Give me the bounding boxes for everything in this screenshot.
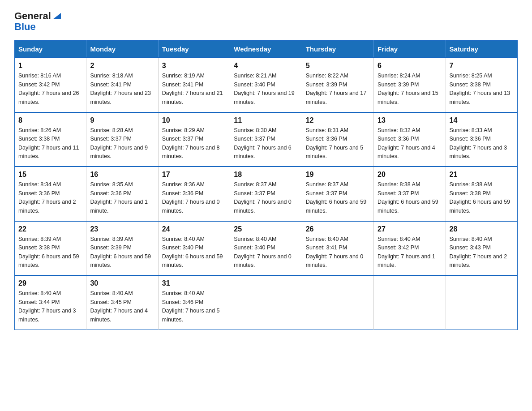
day-number: 5 (306, 62, 370, 70)
day-info: Sunrise: 8:40 AMSunset: 3:40 PMDaylight:… (234, 236, 292, 268)
calendar-cell: 5 Sunrise: 8:22 AMSunset: 3:39 PMDayligh… (302, 58, 373, 112)
day-number: 30 (90, 279, 154, 287)
day-info: Sunrise: 8:40 AMSunset: 3:44 PMDaylight:… (18, 290, 76, 322)
day-info: Sunrise: 8:40 AMSunset: 3:43 PMDaylight:… (450, 236, 507, 268)
day-info: Sunrise: 8:35 AMSunset: 3:36 PMDaylight:… (90, 181, 148, 214)
day-number: 16 (90, 171, 154, 179)
day-info: Sunrise: 8:34 AMSunset: 3:36 PMDaylight:… (18, 181, 76, 214)
calendar-week-row: 15 Sunrise: 8:34 AMSunset: 3:36 PMDaylig… (15, 167, 518, 221)
day-number: 24 (162, 225, 226, 233)
day-number: 20 (378, 171, 442, 179)
logo-text-blue: Blue (14, 21, 36, 32)
calendar-cell (230, 275, 302, 330)
day-number: 26 (306, 225, 370, 233)
day-number: 8 (18, 116, 82, 124)
calendar-cell: 12 Sunrise: 8:31 AMSunset: 3:36 PMDaylig… (302, 112, 373, 167)
day-number: 10 (162, 116, 226, 124)
day-number: 22 (18, 225, 82, 233)
day-info: Sunrise: 8:19 AMSunset: 3:41 PMDaylight:… (162, 73, 223, 105)
day-number: 2 (90, 62, 154, 70)
logo: General Blue (14, 11, 62, 32)
logo-text-general: General (14, 11, 51, 21)
day-info: Sunrise: 8:38 AMSunset: 3:38 PMDaylight:… (450, 181, 511, 214)
day-number: 13 (378, 116, 442, 124)
day-info: Sunrise: 8:21 AMSunset: 3:40 PMDaylight:… (234, 73, 295, 105)
calendar-cell: 2 Sunrise: 8:18 AMSunset: 3:41 PMDayligh… (86, 58, 158, 112)
day-number: 31 (162, 279, 226, 287)
calendar-cell: 26 Sunrise: 8:40 AMSunset: 3:41 PMDaylig… (302, 221, 373, 276)
calendar-cell: 31 Sunrise: 8:40 AMSunset: 3:46 PMDaylig… (158, 275, 230, 330)
weekday-header-thursday: Thursday (302, 41, 373, 58)
day-info: Sunrise: 8:40 AMSunset: 3:42 PMDaylight:… (378, 236, 435, 268)
calendar-cell: 10 Sunrise: 8:29 AMSunset: 3:37 PMDaylig… (158, 112, 230, 167)
calendar-cell (446, 275, 517, 330)
calendar-cell: 15 Sunrise: 8:34 AMSunset: 3:36 PMDaylig… (15, 167, 86, 221)
day-number: 1 (18, 62, 82, 70)
day-info: Sunrise: 8:31 AMSunset: 3:36 PMDaylight:… (306, 127, 364, 159)
day-info: Sunrise: 8:29 AMSunset: 3:37 PMDaylight:… (162, 127, 220, 159)
calendar-cell: 21 Sunrise: 8:38 AMSunset: 3:38 PMDaylig… (446, 167, 517, 221)
day-info: Sunrise: 8:30 AMSunset: 3:37 PMDaylight:… (234, 127, 292, 159)
calendar-table: SundayMondayTuesdayWednesdayThursdayFrid… (14, 40, 518, 330)
day-number: 29 (18, 279, 82, 287)
day-number: 7 (450, 62, 514, 70)
weekday-header-friday: Friday (374, 41, 446, 58)
day-info: Sunrise: 8:37 AMSunset: 3:37 PMDaylight:… (306, 181, 367, 214)
day-info: Sunrise: 8:38 AMSunset: 3:37 PMDaylight:… (378, 181, 438, 214)
calendar-cell: 3 Sunrise: 8:19 AMSunset: 3:41 PMDayligh… (158, 58, 230, 112)
day-number: 4 (234, 62, 298, 70)
page-header: General Blue (14, 11, 518, 32)
day-number: 14 (450, 116, 514, 124)
calendar-cell: 19 Sunrise: 8:37 AMSunset: 3:37 PMDaylig… (302, 167, 373, 221)
day-info: Sunrise: 8:25 AMSunset: 3:38 PMDaylight:… (450, 73, 511, 105)
day-number: 3 (162, 62, 226, 70)
day-info: Sunrise: 8:26 AMSunset: 3:38 PMDaylight:… (18, 127, 79, 159)
calendar-cell: 23 Sunrise: 8:39 AMSunset: 3:39 PMDaylig… (86, 221, 158, 276)
day-info: Sunrise: 8:36 AMSunset: 3:36 PMDaylight:… (162, 181, 220, 214)
calendar-cell: 30 Sunrise: 8:40 AMSunset: 3:45 PMDaylig… (86, 275, 158, 330)
calendar-cell: 25 Sunrise: 8:40 AMSunset: 3:40 PMDaylig… (230, 221, 302, 276)
calendar-week-row: 8 Sunrise: 8:26 AMSunset: 3:38 PMDayligh… (15, 112, 518, 167)
calendar-cell (374, 275, 446, 330)
day-number: 17 (162, 171, 226, 179)
weekday-header-saturday: Saturday (446, 41, 517, 58)
day-info: Sunrise: 8:33 AMSunset: 3:36 PMDaylight:… (450, 127, 507, 159)
day-number: 23 (90, 225, 154, 233)
calendar-cell (302, 275, 373, 330)
day-info: Sunrise: 8:40 AMSunset: 3:46 PMDaylight:… (162, 290, 220, 322)
day-info: Sunrise: 8:40 AMSunset: 3:40 PMDaylight:… (162, 236, 223, 268)
day-number: 9 (90, 116, 154, 124)
calendar-cell: 1 Sunrise: 8:16 AMSunset: 3:42 PMDayligh… (15, 58, 86, 112)
day-number: 11 (234, 116, 298, 124)
calendar-cell: 13 Sunrise: 8:32 AMSunset: 3:36 PMDaylig… (374, 112, 446, 167)
calendar-cell: 14 Sunrise: 8:33 AMSunset: 3:36 PMDaylig… (446, 112, 517, 167)
day-number: 21 (450, 171, 514, 179)
calendar-cell: 7 Sunrise: 8:25 AMSunset: 3:38 PMDayligh… (446, 58, 517, 112)
calendar-cell: 24 Sunrise: 8:40 AMSunset: 3:40 PMDaylig… (158, 221, 230, 276)
svg-marker-0 (53, 13, 61, 19)
calendar-cell: 8 Sunrise: 8:26 AMSunset: 3:38 PMDayligh… (15, 112, 86, 167)
weekday-header-tuesday: Tuesday (158, 41, 230, 58)
calendar-week-row: 22 Sunrise: 8:39 AMSunset: 3:38 PMDaylig… (15, 221, 518, 276)
day-info: Sunrise: 8:39 AMSunset: 3:38 PMDaylight:… (18, 236, 79, 268)
day-info: Sunrise: 8:18 AMSunset: 3:41 PMDaylight:… (90, 73, 151, 105)
day-number: 25 (234, 225, 298, 233)
day-info: Sunrise: 8:22 AMSunset: 3:39 PMDaylight:… (306, 73, 367, 105)
day-info: Sunrise: 8:28 AMSunset: 3:37 PMDaylight:… (90, 127, 148, 159)
day-number: 12 (306, 116, 370, 124)
calendar-cell: 16 Sunrise: 8:35 AMSunset: 3:36 PMDaylig… (86, 167, 158, 221)
calendar-cell: 17 Sunrise: 8:36 AMSunset: 3:36 PMDaylig… (158, 167, 230, 221)
logo-triangle-icon (52, 11, 62, 21)
day-info: Sunrise: 8:40 AMSunset: 3:45 PMDaylight:… (90, 290, 148, 322)
calendar-cell: 6 Sunrise: 8:24 AMSunset: 3:39 PMDayligh… (374, 58, 446, 112)
day-number: 15 (18, 171, 82, 179)
calendar-cell: 9 Sunrise: 8:28 AMSunset: 3:37 PMDayligh… (86, 112, 158, 167)
day-info: Sunrise: 8:32 AMSunset: 3:36 PMDaylight:… (378, 127, 435, 159)
day-info: Sunrise: 8:40 AMSunset: 3:41 PMDaylight:… (306, 236, 364, 268)
calendar-cell: 29 Sunrise: 8:40 AMSunset: 3:44 PMDaylig… (15, 275, 86, 330)
day-info: Sunrise: 8:39 AMSunset: 3:39 PMDaylight:… (90, 236, 151, 268)
weekday-header-monday: Monday (86, 41, 158, 58)
calendar-cell: 27 Sunrise: 8:40 AMSunset: 3:42 PMDaylig… (374, 221, 446, 276)
day-info: Sunrise: 8:24 AMSunset: 3:39 PMDaylight:… (378, 73, 438, 105)
calendar-cell: 18 Sunrise: 8:37 AMSunset: 3:37 PMDaylig… (230, 167, 302, 221)
